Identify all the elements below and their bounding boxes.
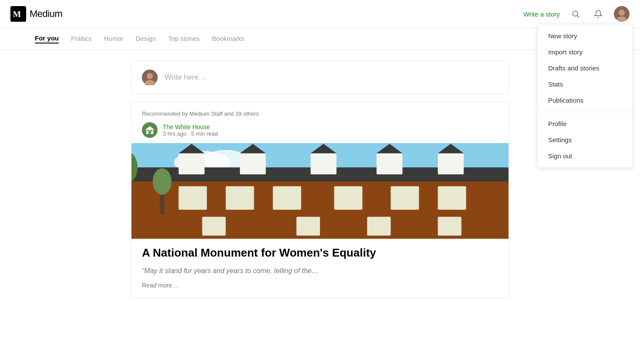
dropdown-settings[interactable]: Settings [538,132,633,148]
header-actions: Write a story [523,6,630,22]
dropdown-sign-out[interactable]: Sign out [538,148,633,164]
svg-rect-28 [438,217,461,236]
article-title: A National Monument for Women's Equality [142,246,498,260]
medium-logo-icon: M [10,6,26,22]
dropdown-publications[interactable]: Publications [538,92,633,108]
tab-top-stories[interactable]: Top stories [168,35,200,43]
svg-rect-23 [391,186,419,210]
svg-text:M: M [13,9,21,19]
tab-design[interactable]: Design [136,35,156,43]
svg-rect-20 [226,186,254,210]
bell-icon [594,10,603,18]
notifications-button[interactable] [591,7,605,21]
svg-point-2 [573,11,578,16]
white-house-icon [145,125,155,135]
write-box-avatar [142,70,158,85]
svg-rect-13 [147,130,148,131]
svg-point-43 [153,168,172,195]
dropdown-menu: New story Import story Drafts and storie… [537,24,633,168]
dropdown-new-story[interactable]: New story [538,28,633,44]
logo-area: M Medium [10,6,62,22]
write-box[interactable]: Write here… [131,60,509,94]
svg-marker-11 [145,126,154,130]
author-time: 3 hrs ago · 5 min read [163,130,218,137]
article-image [131,143,509,239]
svg-rect-27 [367,217,391,236]
read-more-link[interactable]: Read more… [142,282,178,289]
write-story-link[interactable]: Write a story [523,10,560,18]
svg-rect-25 [202,217,226,236]
author-avatar [142,122,158,138]
dropdown-drafts-stories[interactable]: Drafts and stories [538,60,633,76]
svg-rect-32 [240,153,266,174]
search-button[interactable] [569,7,583,21]
avatar-button[interactable] [614,6,630,22]
avatar [614,6,630,22]
svg-rect-19 [179,186,207,210]
tab-for-you[interactable]: For you [35,34,59,43]
svg-point-5 [619,10,625,16]
search-icon [571,10,580,18]
tab-bookmarks[interactable]: Bookmarks [212,35,245,43]
avatar-image [614,6,630,22]
svg-rect-14 [151,130,152,131]
article-content: A National Monument for Women's Equality… [131,239,509,298]
svg-line-3 [577,16,579,18]
svg-rect-30 [179,153,205,174]
svg-rect-26 [296,217,320,236]
dropdown-stats[interactable]: Stats [538,76,633,92]
svg-rect-36 [377,153,403,174]
dropdown-import-story[interactable]: Import story [538,44,633,60]
dropdown-profile[interactable]: Profile [538,116,633,132]
tab-politics[interactable]: Politics [71,35,92,43]
header: M Medium Write a story [0,0,640,28]
svg-rect-21 [273,186,301,210]
svg-rect-22 [334,186,362,210]
svg-point-8 [147,73,153,79]
logo-text: Medium [30,8,62,20]
tab-humor[interactable]: Humor [104,35,124,43]
article-author-row: The White House 3 hrs ago · 5 min read [131,122,509,143]
write-box-placeholder: Write here… [165,73,206,82]
svg-rect-24 [438,186,466,210]
author-info: The White House 3 hrs ago · 5 min read [163,124,218,137]
author-name[interactable]: The White House [163,124,218,130]
svg-rect-38 [438,153,464,174]
dropdown-divider [538,112,633,112]
article-subtitle: “May it stand for years and years to com… [142,266,498,276]
article-recommendation: Recommended by Medium Staff and 39 other… [131,102,509,122]
main-content: Write here… Recommended by Medium Staff … [124,50,516,309]
article-image-svg [131,143,509,239]
svg-rect-12 [148,130,151,134]
article-card: Recommended by Medium Staff and 39 other… [131,101,509,298]
svg-rect-34 [310,153,337,174]
